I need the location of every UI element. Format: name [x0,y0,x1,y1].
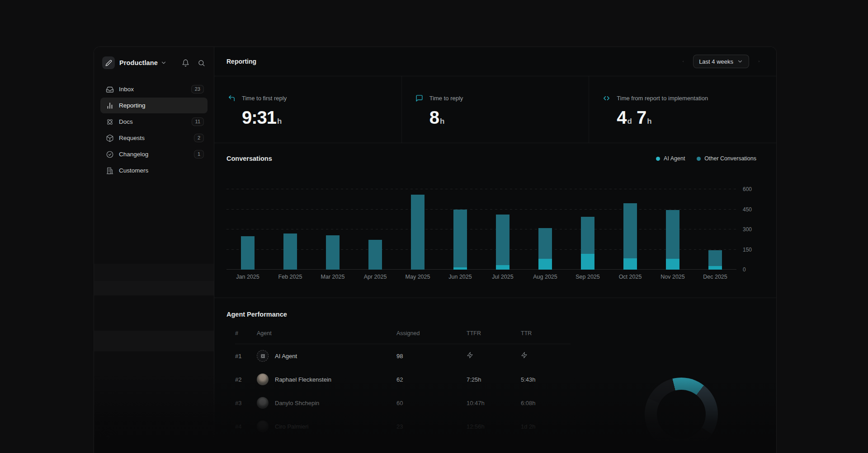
search-icon[interactable] [196,58,207,68]
sidebar-item-customers[interactable]: Customers [100,163,208,178]
sidebar-skeleton-row [94,264,214,281]
bell-icon[interactable] [180,58,191,68]
date-range-label: Last 4 weeks [699,58,733,65]
assigned-cell: 98 [396,353,467,360]
chevron-down-icon [737,58,743,65]
x-tick-label: Oct 2025 [609,274,651,280]
sidebar-header: Productlane [100,56,208,70]
bar-segment-other [241,236,255,270]
pen-icon [105,60,112,66]
bar-segment-ai [666,259,679,270]
help-button[interactable]: ? [100,430,116,445]
sidebar-skeleton-row [94,281,214,295]
avatar [257,420,269,432]
table-row[interactable]: #1AI Agent98 [235,344,571,368]
bar-segment-other [453,210,467,267]
donut-chart [645,378,718,451]
bar-segment-ai [453,267,467,270]
y-tick-label: 0 [743,266,746,273]
sidebar-item-inbox[interactable]: Inbox23 [100,81,208,97]
ttr-cell: 1d 2h [521,423,571,430]
stacked-bar [581,217,594,270]
sidebar-item-requests[interactable]: Requests2 [100,130,208,146]
table-row[interactable]: #3Danylo Shchepin6010:47h6:08h [235,391,571,415]
sidebar-item-reporting[interactable]: Reporting [100,98,208,113]
bar-segment-ai [496,265,509,270]
chevron-down-icon[interactable] [160,60,167,66]
rank-cell: #2 [235,376,257,383]
bar-segment-other [368,240,382,270]
sidebar-item-badge: 1 [194,150,204,159]
ttfr-cell [467,352,521,360]
bar-segment-other [496,215,509,265]
table-row[interactable]: #2Raphael Fleckenstein627:25h5:43h [235,368,571,391]
y-tick-label: 300 [743,226,752,233]
stat-label: Time from report to implementation [617,95,708,102]
y-tick-label: 450 [743,206,752,213]
sidebar-item-badge: 2 [194,134,204,142]
legend-label: Other Conversations [704,155,756,162]
sidebar-item-label: Inbox [119,86,191,93]
column-header: TTR [521,330,571,336]
ttr-cell: 5:43h [521,376,571,383]
stats-row: Time to first reply9:31hTime to reply8hT… [214,76,776,143]
date-range-selector[interactable]: Last 4 weeks [693,55,749,68]
avatar [257,374,269,385]
assigned-cell: 62 [396,376,467,383]
page-title: Reporting [226,58,256,65]
x-tick-label: Aug 2025 [524,274,566,280]
conversations-chart: 0150300450600 [226,180,756,270]
agent-name: Ciro Palmieri [275,423,308,430]
bar-segment-ai [538,259,552,270]
sidebar-item-label: Requests [119,135,194,141]
sidebar-skeleton-row [94,331,214,351]
bar-segment-ai [708,266,722,270]
bar-segment-other [708,250,722,266]
y-tick-label: 600 [743,186,752,192]
bar-segment-other [581,217,594,254]
stat-value: 9:31h [228,107,401,128]
workspace-name[interactable]: Productlane [119,59,158,66]
rank-cell: #1 [235,353,257,360]
table-header: #AgentAssignedTTFRTTR [235,322,571,344]
bar-column [609,180,651,270]
bar-column [566,180,609,270]
avatar-ai [257,350,269,362]
ttfr-cell: 12:56h [467,423,521,430]
sidebar-item-label: Docs [119,118,192,125]
legend-item[interactable]: Other Conversations [697,155,756,162]
chevron-left-icon[interactable] [679,58,687,65]
chart-legend: AI AgentOther Conversations [656,155,756,162]
column-header: Agent [257,330,396,336]
chart-y-axis: 0150300450600 [736,180,756,270]
bar-segment-ai [623,258,637,270]
rank-cell: #4 [235,423,257,430]
stacked-bar [708,250,722,270]
bar-column [396,180,439,270]
stacked-bar [538,228,552,270]
stat-value: 4d7h [603,107,776,128]
reply-arrow-icon [228,94,236,102]
legend-item[interactable]: AI Agent [656,155,685,162]
sidebar-item-changelog[interactable]: Changelog1 [100,146,208,162]
column-header: TTFR [467,330,521,336]
bar-column [524,180,566,270]
y-tick-label: 150 [743,247,752,253]
x-tick-label: Nov 2025 [651,274,694,280]
sidebar-nav: Inbox23ReportingDocs11Requests2Changelog… [100,81,208,178]
x-tick-label: Sep 2025 [566,274,609,280]
conversations-section: Conversations AI AgentOther Conversation… [214,143,776,298]
legend-label: AI Agent [664,155,685,162]
table-row[interactable]: #4Ciro Palmieri2312:56h1d 2h [235,415,571,438]
agent-name: AI Agent [275,353,297,360]
bar-column [311,180,354,270]
agent-name: Raphael Fleckenstein [275,376,331,383]
zap-icon [521,352,528,359]
sidebar-item-docs[interactable]: Docs11 [100,114,208,130]
stat-card-2: Time from report to implementation4d7h [589,76,776,143]
stacked-bar [241,236,255,270]
bar-chart-icon [106,102,114,110]
ttfr-cell: 7:25h [467,376,521,383]
chevron-right-icon[interactable] [755,58,763,65]
productlane-logo [102,56,115,69]
